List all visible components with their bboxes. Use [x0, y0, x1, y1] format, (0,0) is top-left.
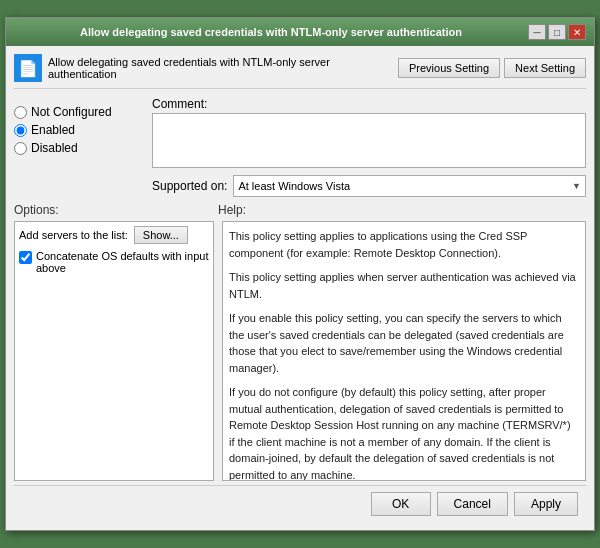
options-section-label: Options:: [14, 203, 214, 217]
help-para-3: If you enable this policy setting, you c…: [229, 310, 579, 376]
supported-row: Supported on: At least Windows Vista ▼: [152, 175, 586, 197]
radio-group: Not Configured Enabled Disabled: [14, 105, 144, 155]
enabled-radio[interactable]: [14, 124, 27, 137]
options-title-label: Options:: [14, 203, 59, 217]
not-configured-option[interactable]: Not Configured: [14, 105, 144, 119]
close-button[interactable]: ✕: [568, 24, 586, 40]
right-panel: Comment: Supported on: At least Windows …: [152, 97, 586, 197]
concatenate-row: Concatenate OS defaults with input above: [19, 250, 209, 274]
lower-section: Add servers to the list: Show... Concate…: [14, 221, 586, 481]
next-setting-button[interactable]: Next Setting: [504, 58, 586, 78]
concatenate-checkbox[interactable]: [19, 251, 32, 264]
help-title-label: Help:: [218, 203, 246, 217]
content-area: 📄 Allow delegating saved credentials wit…: [6, 46, 594, 530]
cancel-button[interactable]: Cancel: [437, 492, 508, 516]
concatenate-label: Concatenate OS defaults with input above: [36, 250, 209, 274]
comment-label: Comment:: [152, 97, 586, 111]
add-servers-row: Add servers to the list: Show...: [19, 226, 209, 244]
main-section: Not Configured Enabled Disabled Comment:: [14, 97, 586, 197]
section-labels: Options: Help:: [14, 203, 586, 217]
help-panel: This policy setting applies to applicati…: [222, 221, 586, 481]
supported-dropdown[interactable]: At least Windows Vista ▼: [233, 175, 586, 197]
window-title: Allow delegating saved credentials with …: [14, 26, 528, 38]
help-content: This policy setting applies to applicati…: [229, 228, 579, 481]
not-configured-label: Not Configured: [31, 105, 112, 119]
ok-button[interactable]: OK: [371, 492, 431, 516]
help-section-label: Help:: [218, 203, 586, 217]
maximize-button[interactable]: □: [548, 24, 566, 40]
left-panel: Not Configured Enabled Disabled: [14, 97, 144, 197]
help-para-4: If you do not configure (by default) thi…: [229, 384, 579, 481]
policy-icon: 📄: [14, 54, 42, 82]
enabled-label: Enabled: [31, 123, 75, 137]
minimize-button[interactable]: ─: [528, 24, 546, 40]
apply-button[interactable]: Apply: [514, 492, 578, 516]
help-para-1: This policy setting applies to applicati…: [229, 228, 579, 261]
header-row: 📄 Allow delegating saved credentials wit…: [14, 54, 586, 89]
header-left: 📄 Allow delegating saved credentials wit…: [14, 54, 388, 82]
supported-label: Supported on:: [152, 179, 227, 193]
options-panel: Add servers to the list: Show... Concate…: [14, 221, 214, 481]
enabled-option[interactable]: Enabled: [14, 123, 144, 137]
previous-setting-button[interactable]: Previous Setting: [398, 58, 500, 78]
bottom-bar: OK Cancel Apply: [14, 485, 586, 522]
supported-value: At least Windows Vista: [238, 180, 350, 192]
add-servers-label: Add servers to the list:: [19, 229, 128, 241]
dropdown-arrow-icon: ▼: [572, 181, 581, 191]
disabled-radio[interactable]: [14, 142, 27, 155]
header-buttons: Previous Setting Next Setting: [398, 58, 586, 78]
window-controls: ─ □ ✕: [528, 24, 586, 40]
header-policy-title: Allow delegating saved credentials with …: [48, 56, 388, 80]
title-bar: Allow delegating saved credentials with …: [6, 18, 594, 46]
comment-textarea[interactable]: [152, 113, 586, 168]
help-para-2: This policy setting applies when server …: [229, 269, 579, 302]
main-window: Allow delegating saved credentials with …: [5, 17, 595, 531]
not-configured-radio[interactable]: [14, 106, 27, 119]
disabled-option[interactable]: Disabled: [14, 141, 144, 155]
show-button[interactable]: Show...: [134, 226, 188, 244]
disabled-label: Disabled: [31, 141, 78, 155]
